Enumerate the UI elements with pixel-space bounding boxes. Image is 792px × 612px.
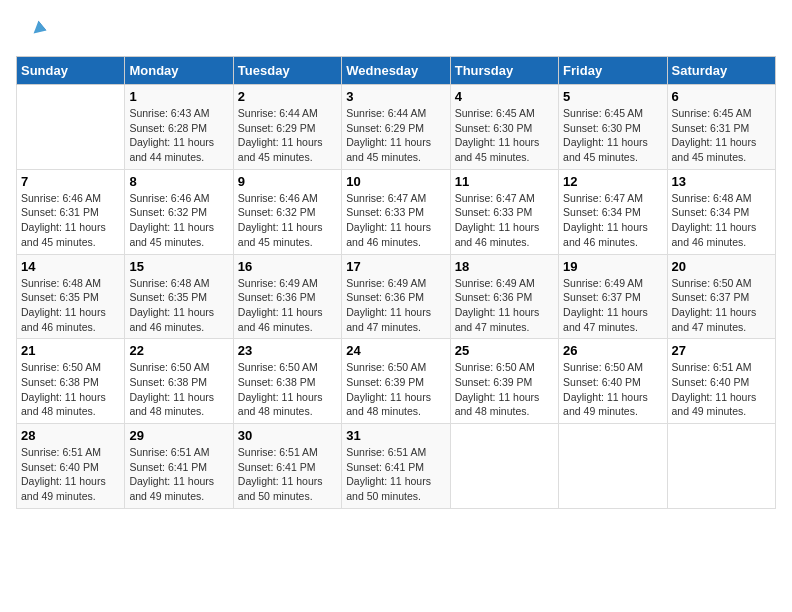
day-info: Sunrise: 6:45 AM Sunset: 6:31 PM Dayligh… [672, 106, 771, 165]
weekday-header-saturday: Saturday [667, 57, 775, 85]
calendar-cell: 1Sunrise: 6:43 AM Sunset: 6:28 PM Daylig… [125, 85, 233, 170]
calendar-cell: 21Sunrise: 6:50 AM Sunset: 6:38 PM Dayli… [17, 339, 125, 424]
day-info: Sunrise: 6:51 AM Sunset: 6:40 PM Dayligh… [672, 360, 771, 419]
calendar-cell [667, 424, 775, 509]
day-info: Sunrise: 6:50 AM Sunset: 6:38 PM Dayligh… [129, 360, 228, 419]
weekday-header-friday: Friday [559, 57, 667, 85]
day-info: Sunrise: 6:51 AM Sunset: 6:41 PM Dayligh… [238, 445, 337, 504]
weekday-header-tuesday: Tuesday [233, 57, 341, 85]
day-info: Sunrise: 6:50 AM Sunset: 6:38 PM Dayligh… [238, 360, 337, 419]
day-number: 10 [346, 174, 445, 189]
calendar-cell: 7Sunrise: 6:46 AM Sunset: 6:31 PM Daylig… [17, 169, 125, 254]
day-number: 21 [21, 343, 120, 358]
calendar-cell: 5Sunrise: 6:45 AM Sunset: 6:30 PM Daylig… [559, 85, 667, 170]
calendar-cell: 10Sunrise: 6:47 AM Sunset: 6:33 PM Dayli… [342, 169, 450, 254]
day-info: Sunrise: 6:51 AM Sunset: 6:40 PM Dayligh… [21, 445, 120, 504]
day-info: Sunrise: 6:46 AM Sunset: 6:32 PM Dayligh… [238, 191, 337, 250]
day-number: 8 [129, 174, 228, 189]
day-number: 24 [346, 343, 445, 358]
calendar-cell: 22Sunrise: 6:50 AM Sunset: 6:38 PM Dayli… [125, 339, 233, 424]
day-info: Sunrise: 6:50 AM Sunset: 6:39 PM Dayligh… [346, 360, 445, 419]
calendar-cell: 16Sunrise: 6:49 AM Sunset: 6:36 PM Dayli… [233, 254, 341, 339]
day-number: 2 [238, 89, 337, 104]
day-info: Sunrise: 6:44 AM Sunset: 6:29 PM Dayligh… [346, 106, 445, 165]
calendar-cell: 11Sunrise: 6:47 AM Sunset: 6:33 PM Dayli… [450, 169, 558, 254]
day-number: 23 [238, 343, 337, 358]
calendar-cell: 3Sunrise: 6:44 AM Sunset: 6:29 PM Daylig… [342, 85, 450, 170]
day-info: Sunrise: 6:46 AM Sunset: 6:32 PM Dayligh… [129, 191, 228, 250]
day-info: Sunrise: 6:51 AM Sunset: 6:41 PM Dayligh… [129, 445, 228, 504]
day-info: Sunrise: 6:48 AM Sunset: 6:34 PM Dayligh… [672, 191, 771, 250]
day-info: Sunrise: 6:47 AM Sunset: 6:33 PM Dayligh… [455, 191, 554, 250]
day-info: Sunrise: 6:50 AM Sunset: 6:39 PM Dayligh… [455, 360, 554, 419]
logo [16, 16, 52, 48]
day-info: Sunrise: 6:45 AM Sunset: 6:30 PM Dayligh… [455, 106, 554, 165]
day-number: 17 [346, 259, 445, 274]
weekday-header-thursday: Thursday [450, 57, 558, 85]
calendar-cell: 6Sunrise: 6:45 AM Sunset: 6:31 PM Daylig… [667, 85, 775, 170]
weekday-header-wednesday: Wednesday [342, 57, 450, 85]
calendar-cell: 4Sunrise: 6:45 AM Sunset: 6:30 PM Daylig… [450, 85, 558, 170]
day-number: 16 [238, 259, 337, 274]
weekday-header-sunday: Sunday [17, 57, 125, 85]
day-number: 31 [346, 428, 445, 443]
calendar-cell [17, 85, 125, 170]
calendar-cell: 19Sunrise: 6:49 AM Sunset: 6:37 PM Dayli… [559, 254, 667, 339]
calendar-cell: 31Sunrise: 6:51 AM Sunset: 6:41 PM Dayli… [342, 424, 450, 509]
day-info: Sunrise: 6:47 AM Sunset: 6:33 PM Dayligh… [346, 191, 445, 250]
day-info: Sunrise: 6:49 AM Sunset: 6:36 PM Dayligh… [238, 276, 337, 335]
weekday-header-monday: Monday [125, 57, 233, 85]
logo-icon [16, 16, 48, 48]
calendar-cell: 30Sunrise: 6:51 AM Sunset: 6:41 PM Dayli… [233, 424, 341, 509]
day-number: 4 [455, 89, 554, 104]
day-number: 25 [455, 343, 554, 358]
calendar-cell: 2Sunrise: 6:44 AM Sunset: 6:29 PM Daylig… [233, 85, 341, 170]
day-info: Sunrise: 6:48 AM Sunset: 6:35 PM Dayligh… [129, 276, 228, 335]
day-number: 27 [672, 343, 771, 358]
calendar-cell: 28Sunrise: 6:51 AM Sunset: 6:40 PM Dayli… [17, 424, 125, 509]
day-info: Sunrise: 6:44 AM Sunset: 6:29 PM Dayligh… [238, 106, 337, 165]
day-number: 5 [563, 89, 662, 104]
day-info: Sunrise: 6:50 AM Sunset: 6:40 PM Dayligh… [563, 360, 662, 419]
calendar-cell: 13Sunrise: 6:48 AM Sunset: 6:34 PM Dayli… [667, 169, 775, 254]
calendar-cell: 15Sunrise: 6:48 AM Sunset: 6:35 PM Dayli… [125, 254, 233, 339]
svg-marker-1 [34, 21, 47, 34]
day-info: Sunrise: 6:47 AM Sunset: 6:34 PM Dayligh… [563, 191, 662, 250]
day-number: 7 [21, 174, 120, 189]
calendar-cell: 18Sunrise: 6:49 AM Sunset: 6:36 PM Dayli… [450, 254, 558, 339]
day-info: Sunrise: 6:50 AM Sunset: 6:38 PM Dayligh… [21, 360, 120, 419]
day-number: 29 [129, 428, 228, 443]
calendar-cell: 27Sunrise: 6:51 AM Sunset: 6:40 PM Dayli… [667, 339, 775, 424]
day-number: 19 [563, 259, 662, 274]
calendar-cell: 12Sunrise: 6:47 AM Sunset: 6:34 PM Dayli… [559, 169, 667, 254]
calendar-table: SundayMondayTuesdayWednesdayThursdayFrid… [16, 56, 776, 509]
day-number: 11 [455, 174, 554, 189]
page-header [16, 16, 776, 48]
calendar-cell [450, 424, 558, 509]
day-number: 13 [672, 174, 771, 189]
calendar-cell [559, 424, 667, 509]
day-number: 18 [455, 259, 554, 274]
calendar-cell: 29Sunrise: 6:51 AM Sunset: 6:41 PM Dayli… [125, 424, 233, 509]
day-info: Sunrise: 6:51 AM Sunset: 6:41 PM Dayligh… [346, 445, 445, 504]
day-number: 1 [129, 89, 228, 104]
day-number: 15 [129, 259, 228, 274]
calendar-cell: 9Sunrise: 6:46 AM Sunset: 6:32 PM Daylig… [233, 169, 341, 254]
day-info: Sunrise: 6:49 AM Sunset: 6:36 PM Dayligh… [346, 276, 445, 335]
day-number: 12 [563, 174, 662, 189]
day-number: 6 [672, 89, 771, 104]
day-number: 20 [672, 259, 771, 274]
calendar-cell: 17Sunrise: 6:49 AM Sunset: 6:36 PM Dayli… [342, 254, 450, 339]
day-info: Sunrise: 6:43 AM Sunset: 6:28 PM Dayligh… [129, 106, 228, 165]
calendar-cell: 14Sunrise: 6:48 AM Sunset: 6:35 PM Dayli… [17, 254, 125, 339]
day-info: Sunrise: 6:49 AM Sunset: 6:37 PM Dayligh… [563, 276, 662, 335]
calendar-cell: 20Sunrise: 6:50 AM Sunset: 6:37 PM Dayli… [667, 254, 775, 339]
day-number: 30 [238, 428, 337, 443]
day-number: 22 [129, 343, 228, 358]
calendar-cell: 8Sunrise: 6:46 AM Sunset: 6:32 PM Daylig… [125, 169, 233, 254]
day-info: Sunrise: 6:48 AM Sunset: 6:35 PM Dayligh… [21, 276, 120, 335]
day-info: Sunrise: 6:45 AM Sunset: 6:30 PM Dayligh… [563, 106, 662, 165]
day-number: 9 [238, 174, 337, 189]
day-number: 14 [21, 259, 120, 274]
day-info: Sunrise: 6:49 AM Sunset: 6:36 PM Dayligh… [455, 276, 554, 335]
